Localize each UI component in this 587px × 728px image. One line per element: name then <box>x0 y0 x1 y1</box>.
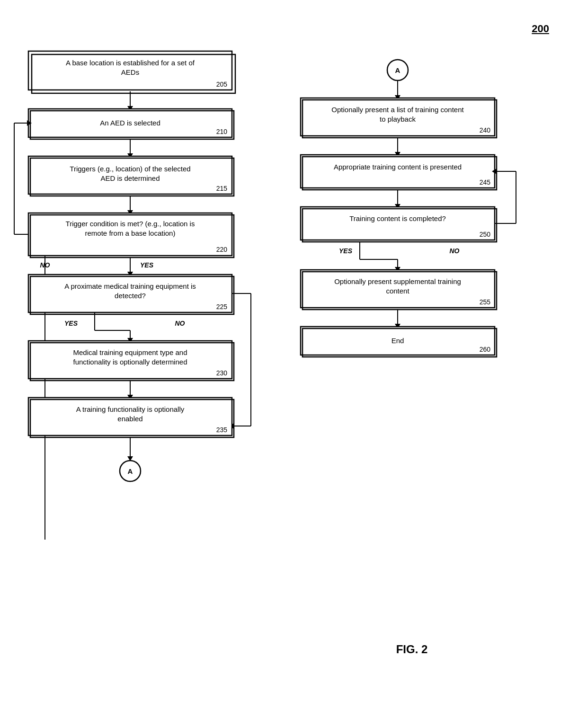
svg-text:260: 260 <box>480 346 491 353</box>
svg-rect-70 <box>302 100 497 138</box>
svg-rect-96 <box>301 270 495 308</box>
svg-rect-69 <box>301 98 495 136</box>
svg-text:245: 245 <box>480 178 491 186</box>
svg-marker-68 <box>395 95 400 100</box>
svg-text:An AED is selected: An AED is selected <box>100 119 160 127</box>
svg-rect-7 <box>28 109 232 137</box>
svg-text:functionality is optionally de: functionality is optionally determined <box>73 358 187 366</box>
page: 200 A base location is established for a… <box>0 0 587 728</box>
svg-text:210: 210 <box>216 128 228 135</box>
svg-marker-33 <box>127 272 133 276</box>
svg-rect-103 <box>301 327 495 355</box>
svg-text:225: 225 <box>216 303 228 311</box>
svg-marker-6 <box>127 106 133 111</box>
svg-marker-91 <box>395 267 400 272</box>
svg-text:AED is determined: AED is determined <box>100 174 160 182</box>
svg-rect-57 <box>30 400 234 437</box>
svg-rect-83 <box>302 209 497 242</box>
svg-text:255: 255 <box>480 298 491 306</box>
svg-rect-20 <box>28 213 232 256</box>
svg-text:215: 215 <box>216 185 228 192</box>
svg-text:Triggers (e.g., location) of t: Triggers (e.g., location) of the selecte… <box>70 165 190 173</box>
svg-text:Trigger condition is met? (e.g: Trigger condition is met? (e.g., locatio… <box>66 220 195 228</box>
svg-rect-50 <box>30 343 234 381</box>
svg-text:End: End <box>391 337 404 345</box>
svg-marker-44 <box>127 338 133 343</box>
svg-text:250: 250 <box>480 231 491 238</box>
svg-text:A training functionality is op: A training functionality is optionally <box>76 405 185 413</box>
svg-text:205: 205 <box>216 80 228 88</box>
svg-marker-12 <box>127 153 133 158</box>
svg-marker-95 <box>492 169 497 174</box>
svg-marker-62 <box>127 456 133 461</box>
svg-rect-82 <box>301 207 495 240</box>
svg-text:YES: YES <box>64 320 78 327</box>
svg-text:to playback: to playback <box>380 115 416 123</box>
svg-rect-13 <box>28 156 232 194</box>
svg-text:NO: NO <box>40 261 50 269</box>
svg-text:230: 230 <box>216 369 228 377</box>
svg-rect-1 <box>32 54 235 93</box>
svg-rect-49 <box>28 341 232 379</box>
svg-text:YES: YES <box>339 247 353 255</box>
svg-rect-77 <box>302 157 497 190</box>
svg-marker-102 <box>395 324 400 328</box>
svg-point-65 <box>387 60 408 80</box>
svg-text:Optionally present a list of t: Optionally present a list of training co… <box>331 106 464 114</box>
svg-text:NO: NO <box>450 247 460 255</box>
svg-text:detected?: detected? <box>115 292 146 300</box>
svg-rect-14 <box>30 158 234 196</box>
svg-marker-48 <box>229 423 234 429</box>
diagram-number: 200 <box>532 23 549 35</box>
svg-text:NO: NO <box>175 320 185 327</box>
svg-marker-19 <box>127 210 133 215</box>
svg-text:240: 240 <box>480 126 491 134</box>
svg-text:A proximate medical training e: A proximate medical training equipment i… <box>64 282 196 290</box>
svg-text:YES: YES <box>140 261 154 269</box>
svg-text:A base location is established: A base location is established for a set… <box>66 59 195 67</box>
svg-text:Medical training equipment typ: Medical training equipment type and <box>73 348 187 356</box>
svg-rect-8 <box>30 111 234 139</box>
svg-point-63 <box>120 461 141 481</box>
svg-text:remote from a base location): remote from a base location) <box>85 229 176 237</box>
svg-text:AEDs: AEDs <box>121 68 139 76</box>
svg-marker-81 <box>395 204 400 209</box>
svg-rect-34 <box>28 275 232 312</box>
svg-rect-35 <box>30 276 234 314</box>
svg-text:enabled: enabled <box>117 415 142 423</box>
svg-marker-75 <box>395 152 400 157</box>
svg-text:A: A <box>395 66 400 74</box>
svg-rect-104 <box>302 328 497 357</box>
svg-rect-76 <box>301 155 495 188</box>
svg-rect-97 <box>302 272 497 310</box>
svg-rect-21 <box>30 215 234 257</box>
svg-text:Training content is completed?: Training content is completed? <box>349 214 446 222</box>
svg-text:220: 220 <box>216 246 228 253</box>
svg-text:Appropriate training content i: Appropriate training content is presente… <box>334 163 462 171</box>
svg-rect-0 <box>28 51 232 90</box>
svg-text:A: A <box>128 467 133 475</box>
svg-rect-56 <box>28 398 232 435</box>
svg-marker-31 <box>27 120 32 126</box>
svg-marker-55 <box>127 395 133 400</box>
svg-text:Optionally present supplementa: Optionally present supplemental training <box>334 277 461 285</box>
svg-text:content: content <box>386 287 409 295</box>
svg-text:FIG. 2: FIG. 2 <box>396 643 428 656</box>
svg-text:235: 235 <box>216 426 228 434</box>
